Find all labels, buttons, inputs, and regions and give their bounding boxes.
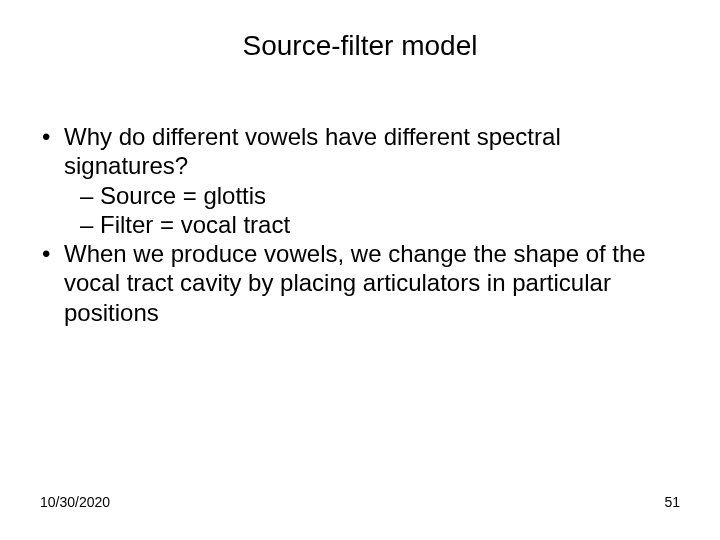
bullet-item: When we produce vowels, we change the sh…: [40, 239, 680, 327]
footer-date: 10/30/2020: [40, 494, 110, 510]
sub-bullet-item: Source = glottis: [40, 181, 680, 210]
slide: Source-filter model Why do different vow…: [0, 0, 720, 540]
slide-title: Source-filter model: [0, 30, 720, 62]
bullet-item: Why do different vowels have different s…: [40, 122, 680, 181]
bullet-list: Why do different vowels have different s…: [40, 122, 680, 327]
footer-page-number: 51: [664, 494, 680, 510]
sub-bullet-item: Filter = vocal tract: [40, 210, 680, 239]
slide-body: Why do different vowels have different s…: [40, 122, 680, 327]
